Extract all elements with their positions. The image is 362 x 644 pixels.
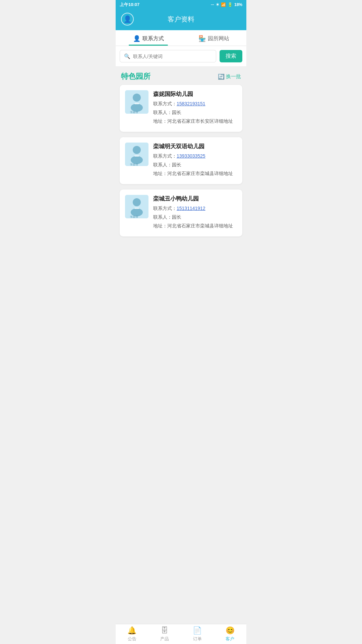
card-contact-1: 联系方式：13933033525 [153, 153, 237, 160]
store-tab-icon: 🏪 [198, 35, 206, 42]
tab-contact-label: 联系方式 [142, 35, 164, 42]
product-icon: 🗄 [161, 626, 168, 635]
svg-rect-13 [134, 208, 139, 209]
tab-bar: 👤 联系方式 🏪 园所网站 [116, 30, 246, 46]
kindergarten-card-0[interactable]: 张嘉倩 森妮国际幼儿园 联系方式：15832193151 联系人：园长 地址：河… [120, 85, 242, 132]
card-person-1: 联系人：园长 [153, 161, 237, 168]
wifi-icon: 📶 [221, 2, 226, 7]
section-title: 特色园所 [121, 71, 150, 82]
battery-icon: 🔋 [228, 2, 233, 7]
avatar-svg-2: 张嘉倩 [125, 195, 148, 218]
header: 👤 客户资料 [116, 9, 246, 30]
avatar-svg-1: 张嘉倩 [125, 143, 148, 166]
nav-label-customer: 客户 [226, 636, 234, 642]
status-icons: ··· ✶ 📶 🔋 18% [211, 2, 242, 7]
card-phone-0[interactable]: 15832193151 [177, 101, 205, 106]
status-time: 上午10:07 [120, 2, 139, 8]
card-name-1: 栾城明天双语幼儿园 [153, 143, 237, 150]
card-person-0: 联系人：园长 [153, 109, 237, 116]
nav-label-order: 订单 [193, 636, 202, 642]
battery-percent: 18% [234, 2, 242, 7]
avatar-svg-0: 张嘉倩 [125, 90, 148, 114]
page-title: 客户资料 [134, 15, 228, 24]
card-avatar-2: 张嘉倩 [125, 195, 148, 218]
svg-point-1 [133, 94, 141, 102]
nav-item-order[interactable]: 📄 订单 [181, 626, 214, 642]
svg-text:张嘉倩: 张嘉倩 [130, 111, 138, 114]
card-person-2: 联系人：园长 [153, 214, 237, 221]
nav-item-product[interactable]: 🗄 产品 [148, 626, 181, 642]
user-avatar-button[interactable]: 👤 [121, 13, 134, 25]
search-icon: 🔍 [124, 53, 130, 59]
nav-item-customer[interactable]: 😊 客户 [214, 626, 247, 642]
card-phone-1[interactable]: 13933033525 [177, 153, 205, 159]
status-bar: 上午10:07 ··· ✶ 📶 🔋 18% [116, 0, 246, 9]
tab-website-label: 园所网站 [208, 35, 229, 42]
card-phone-2[interactable]: 15131141912 [177, 206, 205, 211]
nav-item-notice[interactable]: 🔔 公告 [116, 626, 148, 642]
refresh-icon: 🔄 [218, 73, 225, 80]
notice-icon: 🔔 [127, 626, 136, 635]
nav-label-product: 产品 [160, 636, 169, 642]
kindergarten-card-2[interactable]: 张嘉倩 栾城丑小鸭幼儿园 联系方式：15131141912 联系人：园长 地址：… [120, 190, 242, 236]
cards-container: 张嘉倩 森妮国际幼儿园 联系方式：15832193151 联系人：园长 地址：河… [116, 85, 246, 236]
svg-rect-3 [134, 103, 139, 104]
card-address-1: 地址：河北省石家庄市栾城县详细地址 [153, 170, 237, 177]
card-contact-2: 联系方式：15131141912 [153, 205, 237, 212]
card-name-0: 森妮国际幼儿园 [153, 90, 237, 98]
svg-text:张嘉倩: 张嘉倩 [130, 163, 138, 166]
tab-website[interactable]: 🏪 园所网站 [181, 30, 246, 46]
card-avatar-0: 张嘉倩 [125, 90, 148, 114]
main-content: 特色园所 🔄 换一批 张嘉倩 森妮国际幼儿园 联系方式：15832193 [116, 67, 246, 263]
person-icon: 👤 [123, 15, 132, 23]
tab-contact[interactable]: 👤 联系方式 [116, 30, 181, 46]
card-address-2: 地址：河北省石家庄市栾城县详细地址 [153, 222, 237, 229]
card-name-2: 栾城丑小鸭幼儿园 [153, 195, 237, 203]
search-button[interactable]: 搜索 [220, 50, 242, 62]
card-info-1: 栾城明天双语幼儿园 联系方式：13933033525 联系人：园长 地址：河北省… [153, 143, 237, 179]
refresh-label: 换一批 [226, 73, 241, 80]
svg-text:张嘉倩: 张嘉倩 [130, 215, 138, 218]
search-bar: 🔍 搜索 [116, 46, 246, 67]
card-contact-0: 联系方式：15832193151 [153, 100, 237, 107]
bottom-nav: 🔔 公告 🗄 产品 📄 订单 😊 客户 [116, 624, 246, 644]
nav-label-notice: 公告 [128, 636, 136, 642]
card-info-2: 栾城丑小鸭幼儿园 联系方式：15131141912 联系人：园长 地址：河北省石… [153, 195, 237, 231]
kindergarten-card-1[interactable]: 张嘉倩 栾城明天双语幼儿园 联系方式：13933033525 联系人：园长 地址… [120, 137, 242, 184]
bluetooth-icon: ✶ [216, 2, 219, 7]
refresh-button[interactable]: 🔄 换一批 [218, 73, 241, 80]
contact-tab-icon: 👤 [133, 35, 140, 42]
customer-icon: 😊 [226, 626, 235, 635]
svg-point-6 [133, 146, 141, 154]
order-icon: 📄 [193, 626, 202, 635]
svg-point-11 [133, 198, 141, 206]
card-info-0: 森妮国际幼儿园 联系方式：15832193151 联系人：园长 地址：河北省石家… [153, 90, 237, 126]
section-header: 特色园所 🔄 换一批 [116, 67, 246, 85]
card-address-0: 地址：河北省石家庄市长安区详细地址 [153, 118, 237, 125]
search-input-wrap: 🔍 [120, 50, 216, 62]
svg-rect-8 [134, 155, 139, 157]
search-input[interactable] [133, 54, 212, 59]
card-avatar-1: 张嘉倩 [125, 143, 148, 166]
signal-icon: ··· [211, 2, 214, 7]
